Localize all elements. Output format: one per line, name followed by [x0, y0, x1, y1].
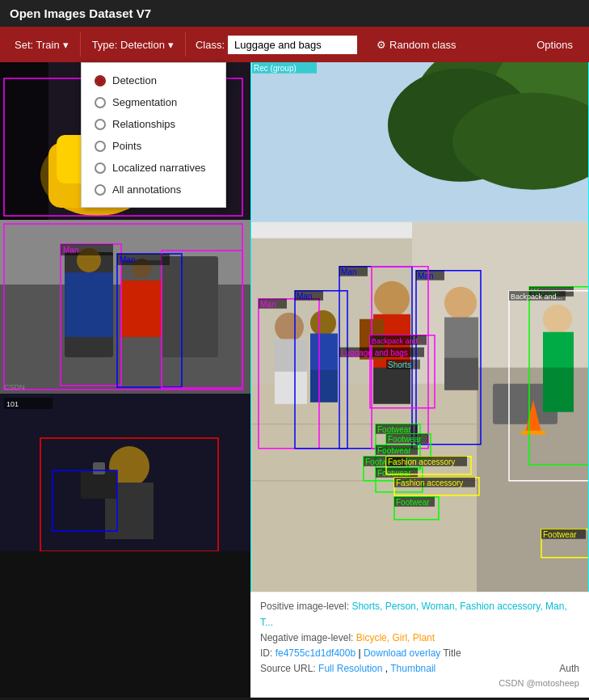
positive-tags-row: Positive image-level: Shorts, Person, Wo…	[260, 599, 579, 630]
svg-text:Man: Man	[297, 292, 312, 301]
svg-text:Backpack and...: Backpack and...	[372, 337, 423, 345]
toolbar-separator-2	[185, 32, 186, 57]
source-row: Source URL: Full Resolution , Thumbnail …	[260, 661, 579, 677]
dropdown-item-segmentation[interactable]: Segmentation	[82, 91, 225, 113]
svg-rect-11	[162, 256, 218, 357]
app-title: Open Images Dataset V7	[10, 6, 151, 20]
dropdown-label-all: All annotations	[112, 183, 181, 196]
dropdown-item-all[interactable]: All annotations	[82, 179, 225, 200]
svg-text:Footwear: Footwear	[543, 530, 577, 539]
thumbnail-2[interactable]: Man Man CSDN	[0, 220, 250, 394]
negative-tags: Bicycle, Girl, Plant	[356, 632, 435, 643]
download-overlay-link[interactable]: Download overlay	[364, 647, 440, 659]
svg-rect-62	[444, 318, 478, 358]
source-label: Source URL:	[260, 663, 316, 674]
svg-point-50	[275, 313, 304, 342]
toolbar-separator-1	[80, 32, 81, 57]
negative-tags-row: Negative image-level: Bicycle, Girl, Pla…	[260, 630, 579, 646]
svg-text:Backpack and...: Backpack and...	[511, 293, 562, 301]
svg-point-53	[310, 310, 336, 336]
svg-point-56	[374, 281, 410, 317]
svg-rect-65	[543, 368, 574, 412]
watermark-text: CSDN @motosheep	[499, 678, 579, 688]
toolbar: Set: Train ▾ Type: Detection ▾ Class: ⚙ …	[0, 27, 589, 62]
options-button[interactable]: Options	[527, 34, 583, 56]
svg-rect-14	[121, 280, 162, 337]
svg-text:Footwear: Footwear	[377, 425, 411, 434]
negative-label: Negative image-level:	[260, 632, 353, 643]
svg-text:101: 101	[6, 400, 19, 408]
class-label: Class:	[196, 39, 225, 51]
id-row: ID: fe4755c1d1df400b | Download overlay …	[260, 646, 579, 661]
svg-point-60	[444, 287, 477, 319]
svg-rect-15	[65, 272, 113, 337]
svg-text:Luggage and bags: Luggage and bags	[341, 348, 408, 357]
svg-rect-49	[521, 431, 545, 435]
dropdown-label-localized: Localized narratives	[112, 162, 206, 174]
title-label: Title	[443, 647, 461, 659]
svg-text:Fashion accessory: Fashion accessory	[388, 458, 455, 466]
svg-text:Man: Man	[341, 268, 356, 276]
dropdown-item-relationships[interactable]: Relationships	[82, 113, 225, 135]
svg-text:Footwear: Footwear	[396, 498, 430, 507]
thumbnail-link[interactable]: Thumbnail	[390, 663, 435, 674]
svg-text:Man: Man	[63, 246, 78, 255]
full-res-link[interactable]: Full Resolution	[318, 663, 382, 674]
id-value: fe4755c1d1df400b	[276, 647, 356, 659]
svg-text:Footwear: Footwear	[377, 469, 411, 478]
svg-rect-58	[373, 368, 410, 404]
dropdown-item-detection[interactable]: Detection	[82, 70, 225, 91]
radio-points	[95, 141, 106, 152]
svg-rect-29	[81, 470, 117, 499]
svg-text:Rec (group): Rec (group)	[254, 64, 297, 73]
positive-label: Positive image-level:	[260, 601, 349, 612]
app-header: Open Images Dataset V7	[0, 0, 589, 27]
radio-relationships	[95, 119, 106, 130]
dropdown-label-points: Points	[112, 140, 141, 152]
class-input[interactable]	[228, 36, 357, 54]
svg-text:Man: Man	[260, 300, 276, 309]
svg-rect-4	[0, 62, 48, 220]
svg-text:CSDN: CSDN	[4, 383, 25, 391]
svg-text:Shorts: Shorts	[388, 361, 411, 369]
info-bar: Positive image-level: Shorts, Person, Wo…	[250, 592, 589, 698]
radio-all	[95, 184, 106, 196]
radio-segmentation	[95, 97, 106, 108]
dropdown-label-detection: Detection	[112, 74, 157, 86]
auth-label: Auth	[559, 661, 579, 677]
svg-point-63	[543, 305, 572, 334]
dropdown-label-relationships: Relationships	[112, 118, 175, 130]
set-dropdown-button[interactable]: Set: Train ▾	[6, 34, 77, 56]
svg-text:Man: Man	[120, 255, 135, 264]
dropdown-label-segmentation: Segmentation	[112, 96, 177, 108]
main-panel: Man Man Man Luggage and bags Man	[250, 62, 589, 698]
id-label: ID:	[260, 647, 272, 659]
svg-rect-30	[93, 462, 105, 474]
svg-text:Footwear: Footwear	[377, 446, 411, 455]
radio-detection	[95, 75, 106, 86]
random-class-button[interactable]: ⚙ Random class	[367, 34, 465, 56]
watermark-row: CSDN @motosheep	[260, 677, 579, 691]
dropdown-item-points[interactable]: Points	[82, 135, 225, 157]
svg-text:Fashion accessory: Fashion accessory	[396, 479, 463, 487]
svg-text:Footwear: Footwear	[388, 435, 422, 444]
type-dropdown-menu: Detection Segmentation Relationships Poi…	[81, 62, 226, 208]
radio-localized	[95, 162, 106, 174]
svg-rect-52	[275, 339, 307, 372]
svg-rect-55	[310, 334, 338, 370]
type-dropdown-button[interactable]: Type: Detection ▾	[84, 34, 182, 56]
thumbnail-3[interactable]: 101	[0, 394, 250, 551]
main-image[interactable]: Man Man Man Luggage and bags Man	[250, 62, 589, 592]
svg-text:Man: Man	[418, 272, 433, 280]
dropdown-item-localized[interactable]: Localized narratives	[82, 157, 225, 179]
